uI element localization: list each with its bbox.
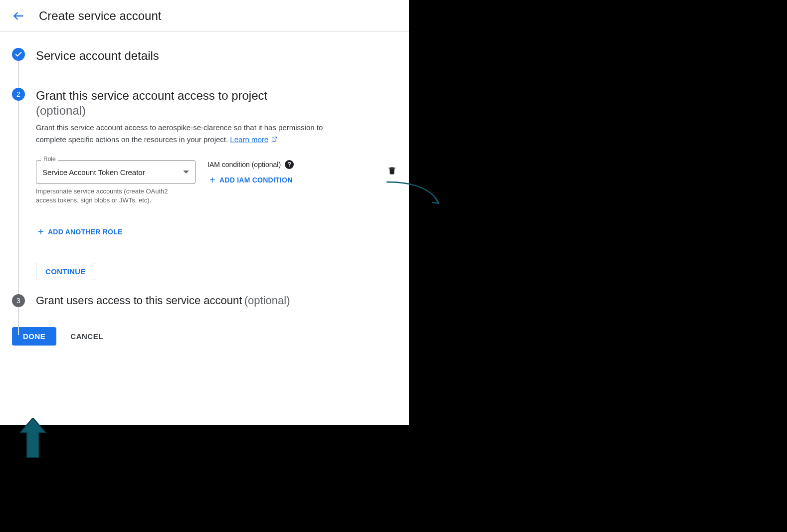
step-3-optional-label: (optional) xyxy=(244,294,290,307)
check-icon xyxy=(14,50,22,58)
iam-label-row: IAM condition (optional) ? xyxy=(207,160,365,169)
add-another-role-label: ADD ANOTHER ROLE xyxy=(48,228,123,236)
chevron-down-icon xyxy=(183,171,189,174)
add-iam-condition-button[interactable]: + ADD IAM CONDITION xyxy=(207,173,365,187)
svg-rect-2 xyxy=(389,168,395,169)
step-2-description-text: Grant this service account access to aer… xyxy=(36,123,323,144)
wizard-content: Service account details 2 Grant this ser… xyxy=(0,32,409,357)
plus-icon: + xyxy=(209,176,215,184)
step-2-title: Grant this service account access to pro… xyxy=(36,88,267,104)
step-2-description: Grant this service account access to aer… xyxy=(36,122,355,146)
step-1-indicator-done[interactable] xyxy=(12,48,25,61)
role-field-label: Role xyxy=(41,156,58,163)
step-3-title: Grant users access to this service accou… xyxy=(36,294,242,307)
plus-icon: + xyxy=(38,228,44,236)
role-row: Role Service Account Token Creator Imper… xyxy=(36,160,397,205)
iam-condition-label: IAM condition (optional) xyxy=(207,161,281,169)
help-icon[interactable]: ? xyxy=(285,160,294,169)
cancel-button[interactable]: CANCEL xyxy=(70,332,103,341)
create-service-account-panel: Create service account Service account d… xyxy=(0,0,409,425)
footer-buttons: DONE CANCEL xyxy=(12,327,397,346)
step-1-title: Service account details xyxy=(36,48,159,64)
add-iam-condition-label: ADD IAM CONDITION xyxy=(219,176,293,184)
back-arrow-icon[interactable] xyxy=(12,9,25,22)
continue-button[interactable]: CONTINUE xyxy=(36,263,95,280)
step-2: 2 Grant this service account access to p… xyxy=(12,88,397,118)
step-2-body: Grant this service account access to aer… xyxy=(36,122,397,280)
learn-more-link[interactable]: Learn more xyxy=(230,135,268,144)
page-title: Create service account xyxy=(39,9,161,23)
step-3: 3 Grant users access to this service acc… xyxy=(12,294,397,307)
step-1: Service account details xyxy=(12,48,397,64)
step-3-indicator[interactable]: 3 xyxy=(12,294,25,307)
delete-role-button[interactable] xyxy=(387,160,397,178)
iam-condition-column: IAM condition (optional) ? + ADD IAM CON… xyxy=(207,160,365,187)
role-value: Service Account Token Creator xyxy=(42,168,145,177)
svg-line-1 xyxy=(274,137,277,140)
step-2-optional-label: (optional) xyxy=(36,104,267,118)
role-dropdown[interactable]: Service Account Token Creator xyxy=(36,160,196,184)
page-header: Create service account xyxy=(0,0,409,32)
step-2-indicator[interactable]: 2 xyxy=(12,88,25,101)
add-another-role-button[interactable]: + ADD ANOTHER ROLE xyxy=(36,225,397,239)
role-field-wrap: Role Service Account Token Creator Imper… xyxy=(36,160,196,205)
external-link-icon xyxy=(269,136,277,144)
role-helper-text: Impersonate service accounts (create OAu… xyxy=(36,187,186,205)
trash-icon xyxy=(387,165,397,176)
